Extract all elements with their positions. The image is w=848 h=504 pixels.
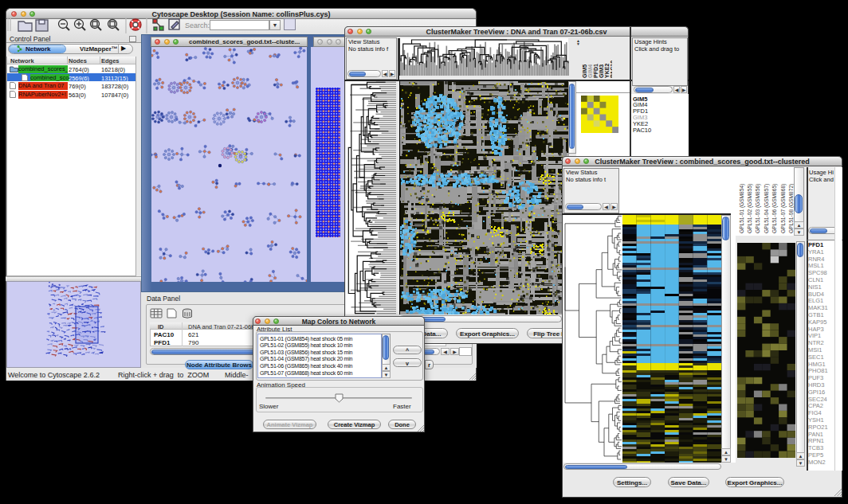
svg-text:GPL51-06 (GSM865): GPL51-06 (GSM865) [771, 184, 778, 233]
svg-text:GIM3: GIM3 [599, 64, 604, 78]
svg-text:GPL51-02 (GSM855): GPL51-02 (GSM855) [747, 184, 753, 233]
svg-text:GPL51-03 (GSM856): GPL51-03 (GSM856) [755, 184, 761, 233]
svg-text:GPL51-01 (GSM854): GPL51-01 (GSM854) [739, 184, 745, 233]
svg-text:GIM4: GIM4 [587, 64, 593, 78]
svg-text:GIM5: GIM5 [582, 64, 587, 78]
svg-text:GPL51-07 (GSM868): GPL51-07 (GSM868) [780, 184, 787, 233]
svg-text:PAC10: PAC10 [610, 61, 612, 78]
svg-text:GPL51-04 (GSM857): GPL51-04 (GSM857) [764, 184, 770, 233]
svg-text:PFD1: PFD1 [593, 64, 599, 78]
svg-text:YKE2: YKE2 [604, 64, 610, 78]
svg-text:GPL51-08 (GSM872): GPL51-08 (GSM872) [788, 184, 794, 233]
